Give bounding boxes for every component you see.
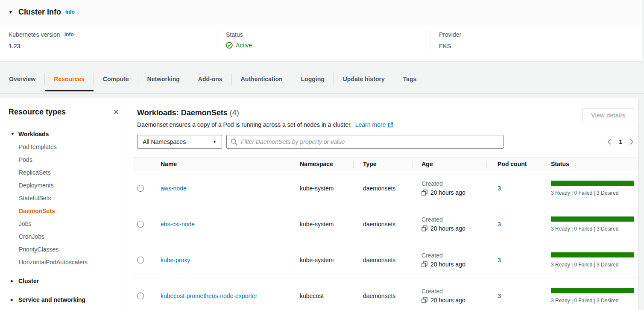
tree-group-cluster-label: Cluster bbox=[18, 278, 39, 284]
daemonset-name-link[interactable]: kube-proxy bbox=[161, 257, 190, 263]
tab-resources[interactable]: Resources bbox=[45, 70, 94, 88]
tree-group-workloads[interactable]: ▼ Workloads bbox=[0, 128, 128, 140]
copy-icon[interactable] bbox=[422, 297, 427, 303]
search-icon bbox=[231, 138, 237, 145]
column-header-status[interactable]: Status bbox=[540, 158, 638, 171]
sidebar-item-pods[interactable]: Pods bbox=[0, 153, 128, 166]
filter-field[interactable] bbox=[226, 135, 503, 149]
status-label: Status bbox=[226, 31, 243, 38]
column-header-type[interactable]: Type bbox=[353, 158, 413, 171]
tab-networking[interactable]: Networking bbox=[138, 70, 189, 88]
chevron-down-icon: ▼ bbox=[213, 140, 217, 144]
learn-more-link[interactable]: Learn more bbox=[355, 121, 394, 128]
row-radio-button[interactable] bbox=[137, 292, 144, 299]
namespace-cell: kube-system bbox=[291, 185, 353, 192]
column-header-age[interactable]: Age bbox=[413, 158, 486, 171]
namespace-select-value: All Namespaces bbox=[143, 138, 186, 145]
sidebar-item-daemonsets[interactable]: DaemonSets bbox=[0, 205, 128, 217]
row-radio-button[interactable] bbox=[137, 221, 144, 228]
cluster-info-header[interactable]: ▼ Cluster info Info bbox=[0, 0, 642, 24]
sidebar-item-cronjobs[interactable]: CronJobs bbox=[0, 230, 128, 243]
column-header-namespace[interactable]: Namespace bbox=[291, 158, 353, 171]
sidebar-item-jobs[interactable]: Jobs bbox=[0, 217, 128, 230]
sidebar-item-podtemplates[interactable]: PodTemplates bbox=[0, 140, 128, 153]
status-cell: 3 Ready | 0 Failed | 3 Desired bbox=[540, 181, 638, 196]
tab-update-history[interactable]: Update history bbox=[334, 70, 394, 88]
view-details-button[interactable]: View details bbox=[582, 108, 634, 122]
table-row: kubecost-prometheus-node-exporter kubeco… bbox=[133, 278, 638, 310]
pagination: 1 bbox=[607, 138, 634, 145]
copy-icon[interactable] bbox=[422, 190, 427, 196]
status-text: 3 Ready | 0 Failed | 3 Desired bbox=[551, 190, 638, 196]
type-cell: daemonsets bbox=[353, 257, 413, 263]
cluster-tab-bar: Overview Resources Compute Networking Ad… bbox=[0, 61, 644, 94]
table-row: ebs-csi-node kube-system daemonsets Crea… bbox=[133, 206, 638, 242]
chevron-down-icon[interactable]: ▼ bbox=[11, 132, 18, 136]
cluster-info-body: Kubernetes version Info 1.23 Status Acti… bbox=[0, 24, 642, 50]
daemonset-name-link[interactable]: aws-node bbox=[161, 185, 187, 192]
pod-count-cell: 3 bbox=[486, 221, 540, 228]
type-cell: daemonsets bbox=[353, 221, 413, 228]
tab-overview[interactable]: Overview bbox=[0, 70, 44, 88]
close-icon[interactable]: ✕ bbox=[113, 108, 119, 116]
page-title: Workloads: DaemonSets bbox=[137, 108, 228, 117]
kubernetes-version-field: Kubernetes version Info 1.23 bbox=[0, 31, 217, 50]
age-cell: Created 20 hours ago bbox=[413, 216, 486, 232]
row-radio-button[interactable] bbox=[137, 185, 144, 192]
cluster-info-info-link[interactable]: Info bbox=[65, 9, 75, 15]
status-bar bbox=[551, 181, 634, 186]
pod-count-cell: 3 bbox=[486, 185, 540, 192]
daemonset-name-link[interactable]: ebs-csi-node bbox=[161, 221, 195, 228]
sidebar-item-horizontalpodautoscalers[interactable]: HorizontalPodAutoscalers bbox=[0, 256, 128, 269]
kubernetes-version-value: 1.23 bbox=[9, 43, 217, 50]
tab-authentication[interactable]: Authentication bbox=[232, 70, 292, 88]
resource-types-tree: ▼ Workloads PodTemplates Pods ReplicaSet… bbox=[0, 128, 128, 306]
daemonsets-content: Workloads: DaemonSets (4) Daemonset ensu… bbox=[128, 98, 638, 310]
cluster-info-panel: ▼ Cluster info Info Kubernetes version I… bbox=[0, 0, 642, 61]
table-row: aws-node kube-system daemonsets Created … bbox=[133, 170, 638, 206]
next-page-button[interactable] bbox=[629, 138, 634, 145]
age-cell: Created 20 hours ago bbox=[413, 252, 486, 268]
tab-compute[interactable]: Compute bbox=[94, 70, 138, 88]
current-page-number[interactable]: 1 bbox=[619, 138, 622, 145]
copy-icon[interactable] bbox=[422, 261, 427, 267]
sidebar-item-replicasets[interactable]: ReplicaSets bbox=[0, 166, 128, 179]
tree-group-service-and-networking[interactable]: ▶ Service and networking bbox=[0, 293, 128, 306]
provider-label: Provider bbox=[439, 31, 461, 38]
sidebar-item-deployments[interactable]: Deployments bbox=[0, 179, 128, 192]
status-bar bbox=[551, 216, 634, 222]
chevron-right-icon[interactable]: ▶ bbox=[11, 298, 18, 302]
cluster-info-title: Cluster info bbox=[18, 8, 61, 17]
item-count: (4) bbox=[230, 108, 239, 117]
tab-tags[interactable]: Tags bbox=[394, 70, 426, 88]
row-radio-button[interactable] bbox=[137, 257, 144, 263]
previous-page-button[interactable] bbox=[607, 138, 612, 145]
tree-group-cluster[interactable]: ▶ Cluster bbox=[0, 275, 128, 287]
namespace-cell: kube-system bbox=[291, 257, 353, 263]
sidebar-item-priorityclasses[interactable]: PriorityClasses bbox=[0, 243, 128, 256]
kubernetes-version-info-link[interactable]: Info bbox=[64, 32, 74, 38]
sidebar-item-statefulsets[interactable]: StatefulSets bbox=[0, 192, 128, 205]
type-cell: daemonsets bbox=[353, 292, 413, 299]
collapse-triangle-icon[interactable]: ▼ bbox=[9, 10, 13, 15]
chevron-right-icon[interactable]: ▶ bbox=[11, 279, 18, 283]
tab-add-ons[interactable]: Add-ons bbox=[189, 70, 231, 88]
namespace-select[interactable]: All Namespaces ▼ bbox=[137, 135, 222, 149]
namespace-cell: kubecost bbox=[291, 292, 353, 299]
status-text: 3 Ready | 0 Failed | 3 Desired bbox=[551, 262, 638, 268]
column-header-pod-count[interactable]: Pod count bbox=[486, 158, 540, 171]
age-cell: Created 20 hours ago bbox=[413, 288, 486, 304]
status-text: 3 Ready | 0 Failed | 3 Desired bbox=[551, 226, 638, 232]
status-text: 3 Ready | 0 Failed | 3 Desired bbox=[551, 298, 638, 304]
copy-icon[interactable] bbox=[422, 225, 427, 231]
status-cell: 3 Ready | 0 Failed | 3 Desired bbox=[540, 288, 638, 304]
tree-group-service-and-networking-label: Service and networking bbox=[18, 296, 85, 303]
table-row: kube-proxy kube-system daemonsets Create… bbox=[133, 242, 638, 278]
resource-types-sidebar: Resource types ✕ ▼ Workloads PodTemplate… bbox=[0, 98, 128, 310]
daemonset-name-link[interactable]: kubecost-prometheus-node-exporter bbox=[161, 292, 257, 299]
check-circle-icon bbox=[226, 42, 233, 49]
filter-input[interactable] bbox=[240, 138, 499, 146]
column-header-name[interactable]: Name bbox=[156, 158, 291, 171]
external-link-icon bbox=[388, 122, 393, 128]
tab-logging[interactable]: Logging bbox=[292, 70, 334, 88]
